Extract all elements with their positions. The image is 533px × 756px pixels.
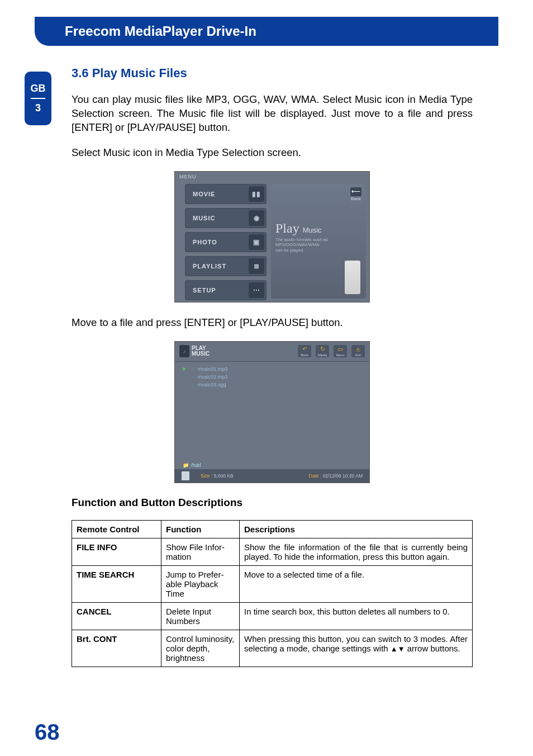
music-file-icon: ♫ (191, 366, 194, 372)
side-tab: GB 3 (25, 72, 51, 125)
allplay-icon: ↻ (320, 346, 325, 353)
file-row[interactable]: ♫ music03.ogg (183, 381, 361, 389)
photo-icon: ▣ (249, 234, 264, 250)
folder-icon: 📁 (183, 462, 189, 468)
cell-rc: TIME SEARCH (72, 565, 161, 602)
table-row: FILE INFO Show File Infor­mation Show th… (72, 538, 473, 565)
music-file-icon: ♫ (191, 382, 194, 388)
file-name: music02.mp3 (198, 374, 228, 380)
path-bar: 📁 /hdd (183, 462, 361, 468)
menu-item-label: MUSIC (193, 215, 215, 221)
note-icon: ♪ (179, 345, 189, 357)
table-row: CANCEL Delete Input Numbers In time sear… (72, 602, 473, 630)
topbar-back[interactable]: ↶Back (298, 345, 311, 357)
date-label: Date : (309, 473, 322, 479)
file-name: music01.mp3 (198, 366, 228, 372)
back-label: Back (351, 196, 361, 201)
size-value: 5,000 KB (214, 473, 234, 479)
play-title: Play Music (275, 221, 361, 236)
cell-desc: When pressing this button, you can switc… (240, 630, 473, 667)
badge-bottom: MUSIC (192, 351, 210, 357)
th-function: Function (161, 520, 240, 538)
step1-text: Select Music icon in Media Type Selectio… (72, 146, 473, 160)
document-icon (182, 471, 189, 480)
right-pane: ⟵ Back Play Music The audio formats such… (271, 184, 366, 299)
topbar-allplay[interactable]: ↻Allplay (316, 345, 329, 357)
playlist-icon: ≣ (249, 258, 264, 274)
desc-post: arrow buttons. (405, 644, 460, 653)
menu-item-playlist[interactable]: PLAYLIST ≣ (185, 256, 266, 276)
film-icon: ▮▮ (249, 186, 264, 202)
cell-desc: Move to a selected time of a file. (240, 565, 473, 602)
desc-line1: The audio formats such as (275, 237, 361, 243)
menu-item-label: PLAYLIST (193, 263, 226, 270)
speaker-icon: ◉ (249, 210, 264, 226)
header-bar: Freecom MediaPlayer Drive-In (35, 17, 498, 46)
back-button[interactable]: ⟵ Back (350, 187, 361, 201)
table-row: TIME SEARCH Jump to Prefer­able Playback… (72, 565, 473, 602)
menu-item-label: PHOTO (193, 239, 217, 245)
header-title: Freecom MediaPlayer Drive-In (65, 23, 256, 39)
date-value: 02/12/06 10:20 AM (323, 473, 363, 479)
play-title-text: Play (275, 221, 299, 235)
page-number: 68 (35, 720, 60, 745)
cell-fn: Delete Input Numbers (161, 602, 240, 630)
size-label: Size : (201, 473, 212, 479)
table-row: Brt. CONT Control luminos­ity, color dep… (72, 630, 473, 667)
cell-fn: Control luminos­ity, color depth, bright… (161, 630, 240, 667)
menu-item-music[interactable]: MUSIC ◉ (185, 208, 266, 228)
setup-icon: ⋯ (249, 282, 264, 298)
step2-text: Move to a file and press [ENTER] or [PLA… (72, 316, 473, 330)
music-file-icon: ♫ (191, 374, 194, 380)
menu-column: MOVIE ▮▮ MUSIC ◉ PHOTO ▣ PLAYLIST ≣ SETU… (185, 184, 266, 304)
back-arrow-icon: ⟵ (350, 187, 361, 196)
side-chapter: 3 (35, 102, 41, 114)
play-music-badge: ♪ PLAY MUSIC (179, 345, 210, 357)
menu-item-setup[interactable]: SETUP ⋯ (185, 280, 266, 300)
content-area: 3.6 Play Music Files You can play music … (72, 66, 473, 667)
cell-rc: FILE INFO (72, 538, 161, 565)
play-desc: The audio formats such as MP3/OGG/WAV/WM… (275, 237, 361, 253)
menu-label: MENU (179, 174, 197, 179)
date-info: Date : 02/12/06 10:20 AM (309, 473, 363, 479)
screenshot-filelist: ♪ PLAY MUSIC ↶Back ↻Allplay ▭Menu ⎋Exit … (174, 341, 370, 483)
back-icon: ↶ (302, 346, 307, 353)
subheading: Function and Button Descriptions (72, 497, 473, 509)
menu-item-photo[interactable]: PHOTO ▣ (185, 232, 266, 252)
path-text: /hdd (191, 462, 201, 468)
cell-rc: Brt. CONT (72, 630, 161, 667)
file-row[interactable]: ▶ ♫ music01.mp3 (183, 365, 361, 373)
th-descriptions: Descriptions (240, 520, 473, 538)
size-info: Size : 5,000 KB (201, 473, 234, 479)
play-subtitle: Music (303, 226, 322, 234)
play-indicator-icon: ▶ (183, 366, 187, 371)
menu-icon: ▭ (337, 346, 343, 353)
desc-line2: MP3/OGG/WAV/WMA (275, 242, 361, 248)
topbar-menu[interactable]: ▭Menu (334, 345, 347, 357)
info-bar: Size : 5,000 KB Date : 02/12/06 10:20 AM (175, 469, 369, 483)
function-table: Remote Control Function Descriptions FIL… (72, 520, 473, 667)
topbar-exit[interactable]: ⎋Exit (351, 345, 365, 357)
cell-desc: Show the file information of the file th… (240, 538, 473, 565)
th-remote-control: Remote Control (72, 520, 161, 538)
up-down-arrow-icon: ▲▼ (391, 645, 405, 653)
cell-rc: CANCEL (72, 602, 161, 630)
cell-fn: Jump to Prefer­able Playback Time (161, 565, 240, 602)
side-lang: GB (31, 83, 46, 94)
file-list: ▶ ♫ music01.mp3 ♫ music02.mp3 ♫ music03.… (175, 362, 369, 392)
file-row[interactable]: ♫ music02.mp3 (183, 373, 361, 381)
topbar: ♪ PLAY MUSIC ↶Back ↻Allplay ▭Menu ⎋Exit (175, 342, 369, 362)
side-divider (31, 98, 45, 99)
cell-desc: In time search box, this button deletes … (240, 602, 473, 630)
screenshot-menu: MENU MOVIE ▮▮ MUSIC ◉ PHOTO ▣ PLAYLIST ≣… (174, 171, 370, 303)
cell-fn: Show File Infor­mation (161, 538, 240, 565)
menu-item-label: MOVIE (193, 191, 215, 197)
device-illustration (345, 261, 360, 294)
menu-item-movie[interactable]: MOVIE ▮▮ (185, 184, 266, 204)
file-name: music03.ogg (198, 382, 226, 388)
section-heading: 3.6 Play Music Files (72, 66, 473, 81)
desc-line3: can be played. (275, 248, 361, 253)
table-header-row: Remote Control Function Descriptions (72, 520, 473, 538)
exit-icon: ⎋ (356, 346, 360, 353)
intro-paragraph: You can play music files like MP3, OGG, … (72, 93, 473, 135)
